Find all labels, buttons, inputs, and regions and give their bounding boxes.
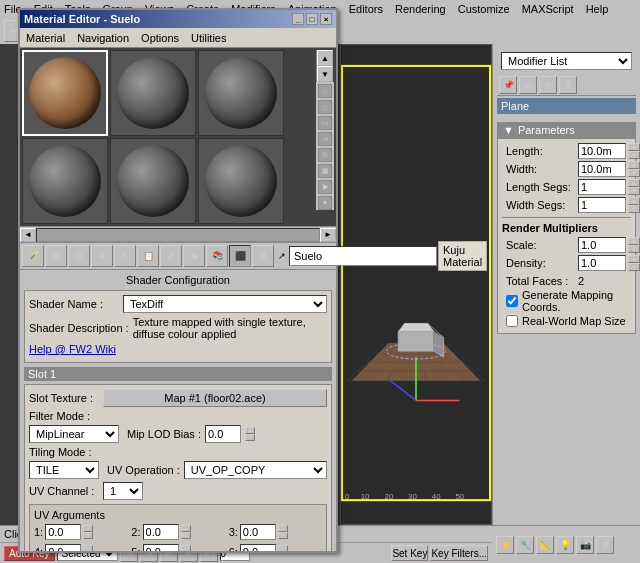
cylinder-icon[interactable]: ▭ (318, 116, 332, 130)
menu-help[interactable]: Help (586, 3, 609, 15)
uv-channel-select[interactable]: 1 (103, 482, 143, 500)
video-icon[interactable]: ▶ (318, 180, 332, 194)
real-world-checkbox[interactable] (506, 315, 518, 327)
uv-arg-5-input[interactable] (143, 544, 179, 551)
right-btn-6[interactable]: ⚙ (596, 536, 614, 554)
scale-spinner[interactable]: ▲ ▼ (628, 237, 640, 253)
uv-arg-5-spinner[interactable]: ▲▼ (181, 545, 191, 551)
uv-arg-1-input[interactable] (45, 524, 81, 540)
copy-button[interactable]: ⎘ (114, 245, 136, 267)
length-down[interactable]: ▼ (628, 151, 640, 159)
width-spinner[interactable]: ▲ ▼ (628, 161, 640, 177)
sphere-icon[interactable]: ○ (318, 84, 332, 98)
shader-name-select[interactable]: TexDiff (123, 295, 327, 313)
key-filters-button[interactable]: Key Filters... (430, 545, 488, 561)
right-btn-4[interactable]: 💡 (556, 536, 574, 554)
mip-lod-up[interactable]: ▲ (245, 427, 255, 434)
tiling-mode-select[interactable]: TILE (29, 461, 99, 479)
gen-mapping-checkbox[interactable] (506, 295, 518, 307)
menu-editors[interactable]: Editors (349, 3, 383, 15)
mip-lod-spinner[interactable]: ▲ ▼ (245, 427, 255, 441)
reset-button[interactable]: ↺ (160, 245, 182, 267)
maximize-button[interactable]: □ (306, 13, 318, 25)
sphere-slot-1[interactable] (22, 50, 108, 136)
menu-maxscript[interactable]: MAXScript (522, 3, 574, 15)
uv-arg-2-spinner[interactable]: ▲▼ (181, 525, 191, 539)
mip-lod-input[interactable] (205, 425, 241, 443)
width-down[interactable]: ▼ (628, 169, 640, 177)
viewport[interactable]: 0 10 20 30 40 50 (340, 44, 492, 525)
params-collapse-icon[interactable]: ▼ (503, 124, 514, 136)
density-input[interactable] (578, 255, 626, 271)
right-btn-5[interactable]: 📷 (576, 536, 594, 554)
teapot-icon[interactable]: ⊙ (318, 148, 332, 162)
uv-op-select[interactable]: UV_OP_COPY (184, 461, 327, 479)
sphere-slot-6[interactable] (198, 138, 284, 224)
cube-icon[interactable]: □ (318, 100, 332, 114)
put-material-button[interactable]: ⊡ (68, 245, 90, 267)
menu-options[interactable]: Options (139, 32, 181, 44)
length-input[interactable] (578, 143, 626, 159)
preview-scrollbar[interactable]: ▲ ▼ (316, 50, 332, 82)
sphere-slot-3[interactable] (198, 50, 284, 136)
sphere-slot-4[interactable] (22, 138, 108, 224)
put-to-library-button[interactable]: 📚 (206, 245, 228, 267)
scale-down[interactable]: ▼ (628, 245, 640, 253)
right-btn-3[interactable]: 📐 (536, 536, 554, 554)
uv-arg-4-spinner[interactable]: ▲▼ (83, 545, 93, 551)
eyedropper-icon[interactable]: 🪄 (22, 245, 44, 267)
scroll-left-button[interactable]: ◄ (20, 228, 36, 242)
right-btn-1[interactable]: ⚡ (496, 536, 514, 554)
mip-lod-down[interactable]: ▼ (245, 434, 255, 441)
close-button[interactable]: × (320, 13, 332, 25)
width-up[interactable]: ▲ (628, 161, 640, 169)
menu-utilities[interactable]: Utilities (189, 32, 228, 44)
menu-navigation[interactable]: Navigation (75, 32, 131, 44)
show-3d-map-button[interactable]: 🗎 (252, 245, 274, 267)
light-icon[interactable]: ✦ (318, 196, 332, 210)
funnel-button[interactable]: ⊟ (519, 76, 537, 94)
uv-arg-1-spinner[interactable]: ▲▼ (83, 525, 93, 539)
scroll-up-button[interactable]: ▲ (317, 50, 333, 66)
width-segs-input[interactable] (578, 197, 626, 213)
uv-arg-3-input[interactable] (240, 524, 276, 540)
set-key-button[interactable]: Set Key (391, 545, 428, 561)
length-segs-up[interactable]: ▲ (628, 179, 640, 187)
slot-section-header[interactable]: Slot 1 (24, 367, 332, 381)
delete-button[interactable]: ✕ (91, 245, 113, 267)
plane-icon[interactable]: ▱ (318, 132, 332, 146)
uv-arg-2-input[interactable] (143, 524, 179, 540)
uv-arg-3-spinner[interactable]: ▲▼ (278, 525, 288, 539)
slot-texture-button[interactable]: Map #1 (floor02.ace) (103, 389, 327, 407)
width-segs-down[interactable]: ▼ (628, 205, 640, 213)
width-segs-up[interactable]: ▲ (628, 197, 640, 205)
show-map-button[interactable]: ⬛ (229, 245, 251, 267)
scale-up[interactable]: ▲ (628, 237, 640, 245)
length-spinner[interactable]: ▲ ▼ (628, 143, 640, 159)
plane-entry[interactable]: Plane (497, 98, 636, 114)
config-button[interactable]: ⚙ (559, 76, 577, 94)
modifier-list-dropdown[interactable]: Modifier List (501, 52, 632, 70)
minimize-button[interactable]: _ (292, 13, 304, 25)
menu-rendering[interactable]: Rendering (395, 3, 446, 15)
material-name-input[interactable]: Suelo (289, 246, 437, 266)
uv-arg-6-input[interactable] (240, 544, 276, 551)
uv-arg-4-input[interactable] (45, 544, 81, 551)
sphere-slot-5[interactable] (110, 138, 196, 224)
length-segs-spinner[interactable]: ▲ ▼ (628, 179, 640, 195)
length-segs-down[interactable]: ▼ (628, 187, 640, 195)
length-up[interactable]: ▲ (628, 143, 640, 151)
checker-icon[interactable]: ▦ (318, 164, 332, 178)
density-up[interactable]: ▲ (628, 255, 640, 263)
show-all-button[interactable]: ≡ (539, 76, 557, 94)
make-unique-button[interactable]: ◈ (183, 245, 205, 267)
menu-material[interactable]: Material (24, 32, 67, 44)
filter-mode-select[interactable]: MipLinear (29, 425, 119, 443)
horiz-scroll-track[interactable] (36, 228, 320, 242)
pin-button[interactable]: 📌 (499, 76, 517, 94)
sphere-slot-2[interactable] (110, 50, 196, 136)
density-down[interactable]: ▼ (628, 263, 640, 271)
scroll-down-button[interactable]: ▼ (317, 66, 333, 82)
uv-arg-6-spinner[interactable]: ▲▼ (278, 545, 288, 551)
width-segs-spinner[interactable]: ▲ ▼ (628, 197, 640, 213)
